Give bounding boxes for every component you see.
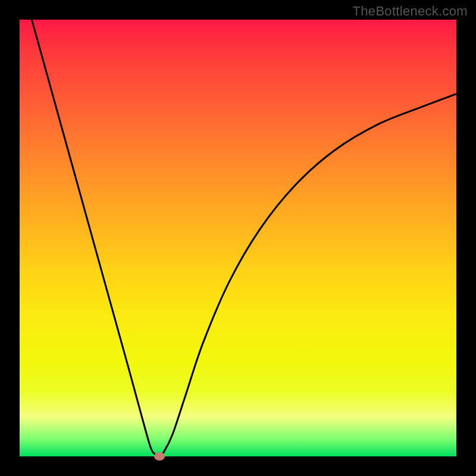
curve-svg bbox=[20, 20, 456, 456]
plot-area bbox=[20, 20, 456, 456]
bottleneck-curve-path bbox=[20, 20, 456, 456]
optimal-marker bbox=[154, 452, 165, 461]
watermark-text: TheBottleneck.com bbox=[353, 4, 468, 19]
bottleneck-chart: TheBottleneck.com bbox=[0, 0, 476, 476]
